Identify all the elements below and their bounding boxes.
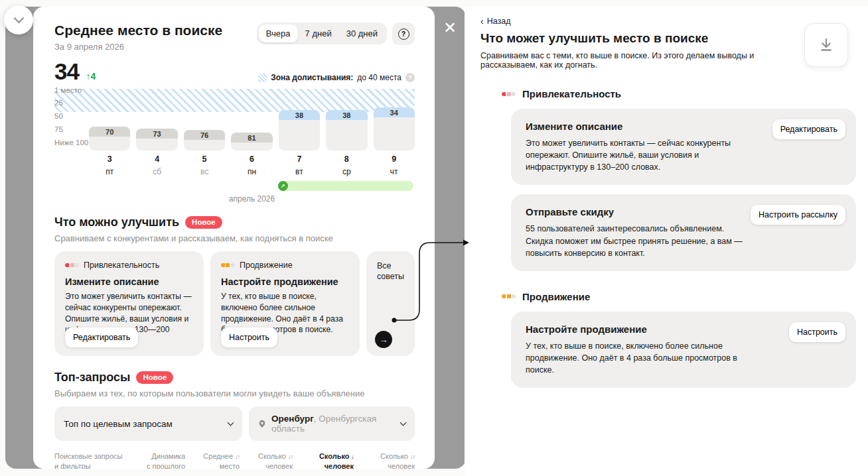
x-axis-weekday: пт [89,167,130,176]
position-chart: 1 место255075Ниже 10070737681383834 3456… [54,89,415,204]
header-line: человек [293,461,354,469]
meter-segment [512,92,516,96]
bar-column: 34 [374,89,415,150]
help-button[interactable]: ? [392,23,415,45]
x-axis-weekday: ср [326,167,367,176]
table-header-cell[interactable]: Среднее↓↑местопо запросу [185,451,240,469]
panel-heading: Среднее место в поиске За 9 апреля 2026 [54,23,222,52]
query-type-value: Топ по целевым запросам [64,419,223,429]
improve-section-title: Что можно улучшить [54,215,179,229]
meter-segment [226,263,230,267]
score-meter-icon [65,263,79,267]
details-card-title: Настройте продвижение [526,324,750,335]
card-category-row: Продвижение [221,261,349,270]
period-tab-2[interactable]: 30 дней [339,25,385,42]
zone-note-bold: Зона долистывания: [271,73,353,82]
query-type-select[interactable]: Топ по целевым запросам [54,406,242,441]
promo-period-row: ↗ [89,181,415,191]
x-axis-day: 9 [374,154,415,164]
position-bar[interactable]: 38 [326,110,367,150]
score-meter-icon [502,294,516,298]
metric-block: 34 ↑4 [54,58,96,85]
header-line: Динамика [124,451,185,461]
bar-value-label: 34 [374,107,415,117]
details-card: Измените описаниеЭто может увеличить кон… [511,109,856,185]
score-meter-icon [502,92,516,96]
date-subtitle: За 9 апреля 2026 [54,42,222,52]
table-header-cell[interactable]: Сколько↓↑человекискало [240,451,293,469]
position-bar[interactable]: 34 [374,107,415,150]
avg-position-value: 34 [54,58,79,84]
promo-period-bar: ↗ [278,181,413,191]
rocket-icon: ↗ [278,181,288,191]
meter-segment [231,263,235,267]
all-tips-arrow-button[interactable]: → [375,331,392,348]
meter-segment [507,294,511,298]
new-badge: Новое [136,371,173,384]
chevron-down-icon [13,13,24,24]
x-axis-weekday: чт [374,167,415,176]
header-line: Сколько↓↑ [354,451,415,461]
download-button[interactable] [804,23,848,67]
position-bar[interactable]: 73 [136,129,177,150]
page: ✕ Среднее место в поиске За 9 апреля 202… [0,0,868,476]
meter-segment [507,92,511,96]
question-icon: ? [398,29,409,40]
close-icon[interactable]: ✕ [438,16,462,40]
card-action-button[interactable]: Редактировать [65,327,138,347]
bar-column: 76 [184,89,225,150]
position-bar[interactable]: 81 [231,133,272,150]
y-axis-tick: 75 [54,125,63,133]
details-card-action-button[interactable]: Редактировать [772,119,845,139]
card-category-row: Привлекательность [65,261,193,270]
hatch-swatch-icon [258,74,267,82]
header-line: место [185,461,240,469]
bar-column: 81 [231,89,272,150]
location-pin-icon [258,420,266,428]
period-tab-0[interactable]: Вчера [259,25,298,42]
info-icon[interactable]: ? [405,73,415,82]
chevron-down-icon [400,419,407,426]
meter-segment [70,263,74,267]
all-tips-card[interactable]: Все советы→ [366,251,415,356]
bar-value-label: 38 [326,110,367,120]
table-header-cell[interactable]: Сколько↓↑человекпосмотрело [354,451,415,469]
position-bar[interactable]: 38 [279,110,320,150]
score-meter-icon [221,263,235,267]
position-bar[interactable]: 70 [89,127,130,150]
scroll-zone-note: Зона долистывания: до 40 места ? [258,73,415,85]
chart-x-axis-weekdays: птсбвспнвтсрчт [89,164,415,176]
chart-x-axis-days: 3456789 [89,154,415,164]
chevron-down-icon [228,419,234,426]
bars-container: 70737681383834 [89,89,415,150]
improve-card: ПривлекательностьИзмените описаниеЭто мо… [54,251,204,356]
location-select[interactable]: Оренбург, Оренбургская область [249,406,415,441]
details-card-action-button[interactable]: Настроить [789,322,845,342]
bar-value-label: 76 [184,130,225,140]
improve-details-panel: ‹ Назад Что может улучшить место в поиск… [465,7,868,476]
details-card: Отправьте скидку55 пользователей заинтер… [511,194,856,270]
table-header-cell[interactable]: Динамикас прошлогопериода [124,451,185,469]
back-label: Назад [487,17,511,26]
y-axis-tick: 25 [54,99,63,107]
card-action-button[interactable]: Настроить [221,327,277,347]
collapse-panel-button[interactable] [4,5,33,34]
card-title: Настройте продвижение [221,276,349,287]
chart-plot-area: 1 место255075Ниже 10070737681383834 [54,89,415,150]
period-tab-1[interactable]: 7 дней [298,25,339,42]
card-category-label: Привлекательность [84,261,159,270]
bar-value-label: 70 [89,127,130,137]
meter-segment [502,92,506,96]
new-badge: Новое [185,216,222,229]
details-card-action-button[interactable]: Настроить рассылку [751,205,845,225]
back-link[interactable]: ‹ Назад [480,16,511,27]
y-axis-tick: 1 место [54,86,82,94]
table-header-cell[interactable]: Сколько↓человекдолистало [293,451,354,469]
table-header-cell[interactable]: Поисковые запросы и фильтры [54,451,124,469]
x-axis-day: 8 [326,154,367,164]
improve-cards: ПривлекательностьИзмените описаниеЭто мо… [54,251,415,356]
header-line: Сколько↓↑ [240,451,293,461]
details-card-text: Это может увеличить контакты — сейчас ко… [526,137,750,173]
sort-icon: ↓↑ [235,453,240,460]
position-bar[interactable]: 76 [184,130,225,150]
